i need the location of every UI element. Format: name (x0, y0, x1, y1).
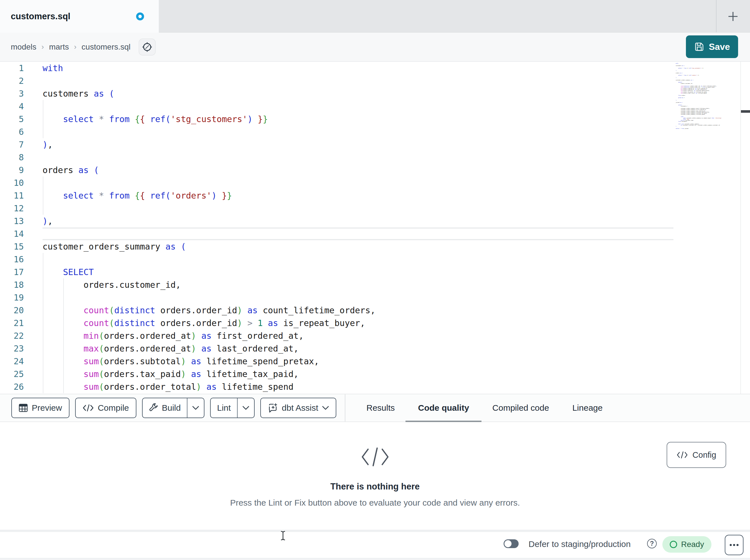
lint-dropdown-button[interactable] (237, 398, 254, 417)
indent-guide (43, 342, 43, 355)
code-line[interactable] (42, 253, 673, 266)
indent-guide (43, 253, 43, 266)
defer-toggle[interactable] (504, 539, 519, 548)
code-line[interactable] (42, 100, 673, 113)
code-line[interactable] (42, 177, 673, 189)
result-tab-lineage[interactable]: Lineage (572, 394, 603, 421)
navigate-model-button[interactable] (139, 39, 156, 56)
indent-guide (43, 278, 43, 291)
code-line[interactable]: with (42, 62, 673, 75)
editor-tab-strip: customers.sql (0, 0, 750, 33)
file-header-row: models › marts › customers.sql Save (0, 33, 750, 62)
line-number: 10 (0, 177, 42, 189)
result-tab-results[interactable]: Results (366, 394, 395, 421)
breadcrumb-separator: › (74, 42, 77, 51)
code-line[interactable]: min(orders.ordered_at) as first_ordered_… (42, 329, 673, 342)
breadcrumb-item-marts[interactable]: marts (49, 42, 69, 51)
line-number: 19 (0, 291, 42, 304)
code-line[interactable] (42, 227, 673, 240)
code-line[interactable]: sum(orders.tax_paid) as lifetime_tax_pai… (42, 368, 673, 380)
code-content[interactable]: withcustomers as ( select * from {{ ref(… (42, 62, 673, 393)
code-line[interactable]: orders.customer_id, (42, 278, 673, 291)
build-split-button: Build (142, 398, 205, 418)
dbt-assist-button[interactable]: dbt Assist (260, 398, 336, 418)
code-line[interactable]: SELECT (42, 266, 673, 278)
line-number: 2 (0, 75, 42, 87)
indent-guide (43, 368, 43, 380)
status-badge-label: Ready (681, 540, 704, 549)
line-number: 21 (0, 317, 42, 329)
line-number: 25 (0, 368, 42, 380)
indent-guide (43, 189, 43, 202)
help-icon[interactable]: ? (647, 539, 657, 548)
code-line[interactable]: sum(orders.subtotal) as lifetime_spend_p… (42, 355, 673, 368)
line-number: 8 (0, 151, 42, 164)
code-line[interactable]: customers as ( (42, 87, 673, 100)
code-line[interactable]: max(orders.ordered_at) as last_ordered_a… (42, 342, 673, 355)
code-line[interactable]: select * from {{ ref('stg_customers') }} (42, 113, 673, 125)
floppy-disk-icon (694, 42, 704, 52)
code-line[interactable] (42, 202, 673, 215)
line-number: 20 (0, 304, 42, 317)
file-tab-customers-sql[interactable]: customers.sql (0, 0, 159, 33)
code-line[interactable]: orders as ( (42, 164, 673, 177)
defer-label: Defer to staging/production (529, 539, 631, 549)
code-line[interactable] (42, 75, 673, 87)
plus-icon (727, 10, 739, 23)
lint-button-label: Lint (217, 403, 231, 413)
code-line[interactable]: count(distinct orders.order_id) as count… (42, 304, 673, 317)
save-button-label: Save (709, 42, 730, 52)
line-number: 9 (0, 164, 42, 177)
preview-button-label: Preview (32, 403, 62, 413)
lint-button[interactable]: Lint (211, 398, 237, 417)
breadcrumb-item-customers-sql: customers.sql (82, 42, 131, 51)
code-line[interactable]: ), (42, 215, 673, 227)
build-dropdown-button[interactable] (187, 398, 204, 417)
indent-guide (63, 342, 64, 355)
line-number: 26 (0, 380, 42, 393)
more-options-button[interactable] (725, 535, 744, 555)
ellipsis-icon (729, 544, 739, 546)
indent-guide (63, 380, 64, 393)
line-number: 17 (0, 266, 42, 278)
line-number: 6 (0, 125, 42, 138)
dbt-ide-app: customers.sql models › marts › customers… (0, 0, 750, 560)
new-tab-button[interactable] (725, 8, 741, 25)
preview-button[interactable]: Preview (11, 398, 70, 418)
indent-guide (43, 125, 43, 138)
code-line[interactable]: customer_orders_summary as ( (42, 240, 673, 253)
line-number: 4 (0, 100, 42, 113)
line-number: 16 (0, 253, 42, 266)
build-button[interactable]: Build (143, 398, 187, 417)
build-button-label: Build (162, 403, 181, 413)
line-number: 7 (0, 138, 42, 151)
result-tab-code-quality[interactable]: Code quality (418, 394, 469, 421)
result-tab-compiled-code[interactable]: Compiled code (492, 394, 549, 421)
code-line[interactable]: sum(orders.order_total) as lifetime_spen… (42, 380, 673, 393)
action-toolbar: Preview Compile Build Lint (0, 394, 750, 422)
code-line[interactable]: select * from {{ ref('orders') }} (42, 189, 673, 202)
config-button[interactable]: Config (667, 442, 726, 468)
code-line[interactable]: count(distinct orders.order_id) > 1 as i… (42, 317, 673, 329)
save-button[interactable]: Save (686, 36, 738, 58)
editor-scrollbar-thumb[interactable] (741, 110, 750, 113)
line-number: 11 (0, 189, 42, 202)
indent-guide (43, 380, 43, 393)
indent-guide (63, 355, 64, 368)
compass-icon (142, 42, 153, 53)
code-line[interactable] (42, 125, 673, 138)
code-line[interactable] (42, 151, 673, 164)
code-editor[interactable]: 1234567891011121314151617181920212223242… (0, 62, 750, 394)
code-line[interactable]: ), (42, 138, 673, 151)
line-number: 23 (0, 342, 42, 355)
breadcrumb-item-models[interactable]: models (11, 42, 36, 51)
line-number: 5 (0, 113, 42, 125)
line-number: 3 (0, 87, 42, 100)
compile-button[interactable]: Compile (75, 398, 136, 418)
code-line[interactable] (42, 291, 673, 304)
circle-outline-icon (670, 541, 677, 548)
code-brackets-icon (82, 404, 94, 412)
minimap[interactable]: withcustomers as ( select * from {{ ref(… (673, 63, 741, 129)
config-button-label: Config (692, 450, 716, 460)
code-brackets-icon (359, 447, 391, 468)
